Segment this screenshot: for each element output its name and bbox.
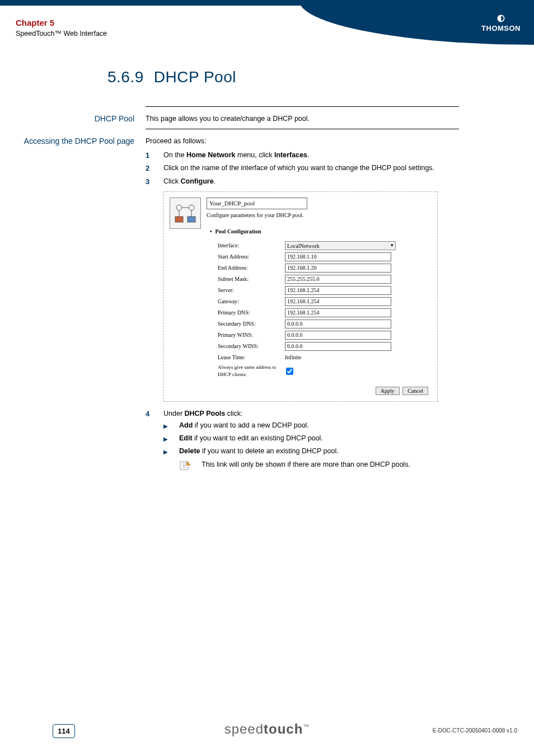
form-row: Primary WINS: xyxy=(218,331,432,340)
form-row: Always give same address to DHCP clients… xyxy=(218,364,432,379)
page-title-number: 5.6.9 xyxy=(107,68,144,86)
form-row: Gateway: xyxy=(218,297,432,306)
step-1: 1 On the Home Network menu, click Interf… xyxy=(146,150,459,161)
footer-brand-bold: touch xyxy=(264,721,303,736)
form-row: Lease Time:Infinite xyxy=(218,353,432,361)
form-input[interactable] xyxy=(285,320,391,328)
section-accessing: Accessing the DHCP Pool page Proceed as … xyxy=(0,129,517,477)
page-header: ◐ THOMSON Chapter 5 SpeedTouch™ Web Inte… xyxy=(0,0,534,45)
step-body: Click on the name of the interface of wh… xyxy=(163,163,459,174)
step-2: 2 Click on the name of the interface of … xyxy=(146,163,459,174)
note-icon xyxy=(179,459,202,475)
svg-point-2 xyxy=(176,205,182,210)
section-body: This page allows you to create/change a … xyxy=(146,106,459,124)
chapter-block: Chapter 5 SpeedTouch™ Web Interface xyxy=(16,18,107,37)
pool-config-heading: Pool Configuration xyxy=(210,227,432,236)
form-label: End Address: xyxy=(218,264,285,272)
screenshot-title-col: Your_DHCP_pool Configure parameters for … xyxy=(207,198,432,396)
step-4: 4 Under DHCP Pools click: ▶Add if you wa… xyxy=(146,408,459,475)
form-input[interactable] xyxy=(285,286,391,295)
steps-list: 1 On the Home Network menu, click Interf… xyxy=(146,150,459,187)
thomson-logo: ◐ THOMSON xyxy=(481,12,521,32)
sub-item: ▶Edit if you want to edit an existing DH… xyxy=(163,433,459,444)
home-network-icon xyxy=(173,201,198,226)
form-label: Primary WINS: xyxy=(218,331,285,339)
triangle-bullet-icon: ▶ xyxy=(163,420,179,431)
sub-item: ▶Add if you want to add a new DCHP pool. xyxy=(163,420,459,431)
form-label: Interface: xyxy=(218,241,285,250)
sub-item-body: Delete if you want to delete an existing… xyxy=(179,446,459,457)
form-row: Start Address: xyxy=(218,252,432,261)
form-input[interactable] xyxy=(285,342,391,351)
section-intro-text: Proceed as follows: xyxy=(146,137,206,145)
svg-rect-1 xyxy=(188,217,195,222)
form-input[interactable] xyxy=(285,252,391,261)
step-3: 3 Click Configure. xyxy=(146,176,459,187)
step-number: 2 xyxy=(146,163,163,174)
screenshot-header-row: Your_DHCP_pool Configure parameters for … xyxy=(170,198,432,396)
section-intro-text: This page allows you to create/change a … xyxy=(146,115,310,123)
form-label: Gateway: xyxy=(218,297,285,306)
form-row: Primary DNS: xyxy=(218,308,432,317)
section-label: DHCP Pool xyxy=(0,106,146,124)
network-icon xyxy=(170,198,201,229)
interface-select[interactable]: LocalNetwork xyxy=(285,241,396,250)
pool-name-field[interactable]: Your_DHCP_pool xyxy=(207,198,307,209)
sub-item-body: Edit if you want to edit an existing DHC… xyxy=(179,433,459,444)
section-dhcp-pool: DHCP Pool This page allows you to create… xyxy=(0,106,517,124)
form-input[interactable] xyxy=(285,275,391,284)
thomson-logo-text: THOMSON xyxy=(481,24,521,32)
footer-brand-tm: ™ xyxy=(303,723,310,730)
form-row: Secondary WINS: xyxy=(218,342,432,351)
section-body: Proceed as follows: 1 On the Home Networ… xyxy=(146,129,459,477)
form-row: Secundary DNS: xyxy=(218,320,432,328)
form-row: End Address: xyxy=(218,264,432,273)
document-id: E-DOC-CTC-20050401-0008 v1.0 xyxy=(433,727,517,734)
form-input[interactable] xyxy=(285,264,391,273)
sub-item: ▶Delete if you want to delete an existin… xyxy=(163,446,459,457)
pool-config-form: Interface:LocalNetworkStart Address:End … xyxy=(218,241,432,379)
form-input[interactable] xyxy=(285,297,391,306)
step-body: Under DHCP Pools click: ▶Add if you want… xyxy=(163,408,459,475)
form-label: Server: xyxy=(218,286,285,294)
sub-item-body: Add if you want to add a new DCHP pool. xyxy=(179,420,459,431)
triangle-bullet-icon: ▶ xyxy=(163,433,179,444)
svg-rect-0 xyxy=(175,217,183,222)
page-footer: 114 speedtouch™ E-DOC-CTC-20050401-0008 … xyxy=(0,718,534,740)
form-label: Secundary DNS: xyxy=(218,320,285,328)
triangle-bullet-icon: ▶ xyxy=(163,446,179,457)
chapter-title: Chapter 5 xyxy=(16,18,107,27)
header-swoop: ◐ THOMSON xyxy=(299,0,534,45)
pool-description: Configure parameters for your DHCP pool. xyxy=(207,211,432,219)
page-title-text: DHCP Pool xyxy=(154,68,236,86)
chapter-subtitle: SpeedTouch™ Web Interface xyxy=(16,30,107,37)
dhcp-pool-screenshot: Your_DHCP_pool Configure parameters for … xyxy=(163,191,438,402)
note-text: This link will only be shown if there ar… xyxy=(202,459,459,475)
step-number: 1 xyxy=(146,150,163,161)
form-value: Infinite xyxy=(285,353,301,361)
form-label: Lease Time: xyxy=(218,353,285,361)
form-input[interactable] xyxy=(285,308,391,317)
form-input[interactable] xyxy=(285,331,391,340)
form-row: Server: xyxy=(218,286,432,295)
form-label: Always give same address to DHCP clients… xyxy=(218,364,285,379)
note-row: This link will only be shown if there ar… xyxy=(179,459,459,475)
content-area: DHCP Pool This page allows you to create… xyxy=(0,106,534,482)
thomson-logo-icon: ◐ xyxy=(481,12,521,23)
cancel-button[interactable]: Cancel xyxy=(402,387,428,395)
steps-list-continued: 4 Under DHCP Pools click: ▶Add if you wa… xyxy=(146,408,459,475)
svg-point-3 xyxy=(189,205,194,210)
step-body: Click Configure. xyxy=(163,176,459,187)
step-number: 3 xyxy=(146,176,163,187)
sub-list: ▶Add if you want to add a new DCHP pool.… xyxy=(163,420,459,456)
step-number: 4 xyxy=(146,408,163,475)
step-body: On the Home Network menu, click Interfac… xyxy=(163,150,459,161)
form-label: Subnet Mask: xyxy=(218,275,285,283)
form-label: Start Address: xyxy=(218,252,285,261)
section-label: Accessing the DHCP Pool page xyxy=(0,129,146,477)
form-label: Secondary WINS: xyxy=(218,342,285,350)
always-same-address-checkbox[interactable] xyxy=(286,368,293,375)
form-row: Interface:LocalNetwork xyxy=(218,241,432,250)
apply-button[interactable]: Apply xyxy=(376,387,400,395)
form-label: Primary DNS: xyxy=(218,308,285,317)
